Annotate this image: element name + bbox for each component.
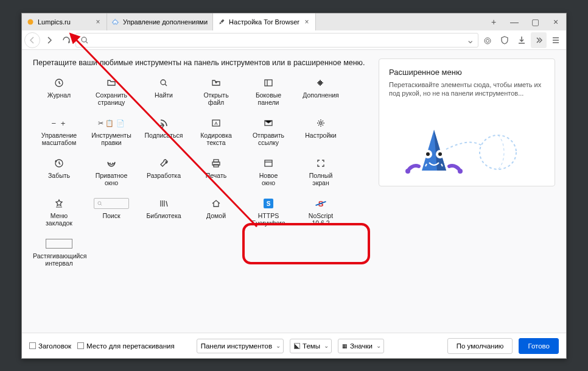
extended-menu-panel[interactable]: Расширенное меню Перетаскивайте элементы… — [379, 58, 555, 186]
tool-label: Кодировкатекста — [190, 132, 242, 146]
svg-point-20 — [405, 169, 410, 174]
tool-puzzle[interactable]: Дополнения — [295, 73, 347, 113]
svg-point-0 — [28, 19, 33, 25]
tool-gear[interactable]: Настройки — [295, 113, 347, 154]
download-button[interactable] — [514, 32, 530, 48]
tool-wrench[interactable]: Разработка — [138, 154, 190, 194]
tool-encoding[interactable]: AКодировкатекста — [190, 113, 242, 154]
close-button[interactable]: × — [545, 13, 566, 30]
tool-label: Дополнения — [295, 91, 347, 99]
searchbox-icon — [85, 197, 138, 210]
back-button[interactable] — [24, 32, 40, 48]
tool-noscript[interactable]: SNoScript10.6.2 — [295, 194, 347, 234]
svg-rect-17 — [265, 160, 272, 166]
tool-label: Разработка — [138, 172, 190, 179]
tab-lumpics[interactable]: Lumpics.ru × — [22, 13, 107, 30]
window-icon — [242, 157, 295, 169]
tool-fullscreen[interactable]: Полныйэкран — [295, 154, 347, 194]
tab-customize[interactable]: Настройка Tor Browser × — [213, 13, 316, 30]
defaults-button[interactable]: По умолчанию — [447, 338, 513, 354]
new-tab-button[interactable]: + — [483, 13, 504, 30]
tool-print[interactable]: Печать — [190, 154, 242, 194]
folder-icon — [85, 77, 138, 89]
zoom-icon: − + — [33, 117, 85, 129]
tool-openfile[interactable]: Открытьфайл — [190, 73, 242, 113]
footer-bar: Заголовок Место для перетаскивания Панел… — [22, 333, 566, 358]
dragspace-checkbox[interactable]: Место для перетаскивания — [77, 342, 175, 350]
close-icon[interactable]: × — [94, 18, 102, 26]
forget-icon — [33, 157, 85, 169]
tool-spacer[interactable]: Растягивающийсяинтервал — [33, 234, 85, 274]
tab-addons[interactable]: Управление дополнениями — [107, 13, 213, 30]
tool-label: Приватноеокно — [85, 172, 138, 186]
svg-point-23 — [426, 152, 430, 156]
svg-rect-6 — [265, 80, 272, 86]
svg-point-12 — [110, 163, 111, 164]
fullscreen-icon — [295, 157, 347, 169]
tool-edit[interactable]: ✂ 📋 📄Инструментыправки — [85, 113, 138, 154]
url-bar[interactable]: ⌄ — [75, 33, 478, 48]
svg-point-2 — [485, 38, 491, 44]
forward-button[interactable] — [41, 32, 57, 48]
svg-point-21 — [458, 169, 463, 174]
reload-button[interactable] — [58, 32, 74, 48]
chevron-down-icon[interactable]: ⌄ — [466, 34, 474, 46]
tool-mail[interactable]: Отправитьссылку — [242, 113, 295, 154]
onion-button[interactable] — [480, 32, 495, 48]
openfile-icon — [190, 77, 242, 89]
svg-point-3 — [486, 39, 489, 42]
tool-sidebar[interactable]: Боковыепанели — [242, 73, 295, 113]
tool-library[interactable]: Библиотека — [138, 194, 190, 234]
tool-mask[interactable]: Приватноеокно — [85, 154, 138, 194]
titlebar-checkbox[interactable]: Заголовок — [29, 342, 71, 350]
tool-label: Сохранитьстраницу — [85, 91, 138, 106]
tool-label: Открытьфайл — [190, 91, 242, 106]
wrench-icon — [138, 157, 190, 169]
spacer-icon — [33, 238, 85, 250]
tool-label: Найти — [138, 91, 190, 99]
tool-home[interactable]: Домой — [190, 194, 242, 234]
svg-point-18 — [98, 202, 101, 205]
tool-zoom[interactable]: − +Управлениемасштабом — [33, 113, 85, 154]
density-dropdown[interactable]: ▦Значки — [338, 339, 384, 353]
tool-label: Журнал — [33, 91, 85, 99]
https-icon: S — [242, 197, 295, 210]
tool-https[interactable]: SHTTPSEverywhere — [242, 194, 295, 234]
tool-label: Подписаться — [138, 132, 190, 139]
tool-search[interactable]: Найти — [138, 73, 190, 113]
tool-label: Отправитьссылку — [242, 132, 295, 146]
tool-window[interactable]: Новоеокно — [242, 154, 295, 194]
nav-bar: ⌄ — [22, 30, 566, 50]
toolbars-dropdown[interactable]: Панели инструментов — [197, 339, 284, 353]
maximize-button[interactable]: ▢ — [525, 13, 545, 30]
svg-point-13 — [112, 163, 113, 164]
rss-icon — [138, 117, 190, 129]
done-button[interactable]: Готово — [519, 338, 559, 354]
close-icon[interactable]: × — [303, 18, 310, 26]
noscript-icon: S — [295, 197, 347, 210]
tool-label: Домой — [190, 212, 242, 219]
gear-icon — [295, 117, 347, 129]
tool-rss[interactable]: Подписаться — [138, 113, 190, 154]
menu-button[interactable] — [548, 32, 564, 48]
tool-folder[interactable]: Сохранитьстраницу — [85, 73, 138, 113]
mask-icon — [85, 157, 138, 169]
search-icon — [80, 35, 89, 45]
minimize-button[interactable]: — — [504, 13, 525, 30]
tool-label: HTTPSEverywhere — [242, 212, 295, 227]
tool-label: Инструментыправки — [85, 132, 138, 146]
ext-menu-title: Расширенное меню — [389, 68, 545, 77]
shield-button[interactable] — [497, 32, 513, 48]
tool-label: Полныйэкран — [295, 172, 347, 186]
tool-label: Менюзакладок — [33, 212, 85, 227]
tool-history[interactable]: Журнал — [33, 73, 85, 113]
tool-forget[interactable]: Забыть — [33, 154, 85, 194]
tool-bookmarks[interactable]: Менюзакладок — [33, 194, 85, 234]
svg-point-1 — [82, 37, 86, 42]
puzzle-icon — [112, 18, 119, 26]
sidebar-icon — [242, 77, 295, 89]
tool-searchbox[interactable]: Поиск — [85, 194, 138, 234]
overflow-button[interactable] — [531, 32, 547, 48]
history-icon — [33, 77, 85, 89]
themes-dropdown[interactable]: Темы — [290, 339, 332, 353]
